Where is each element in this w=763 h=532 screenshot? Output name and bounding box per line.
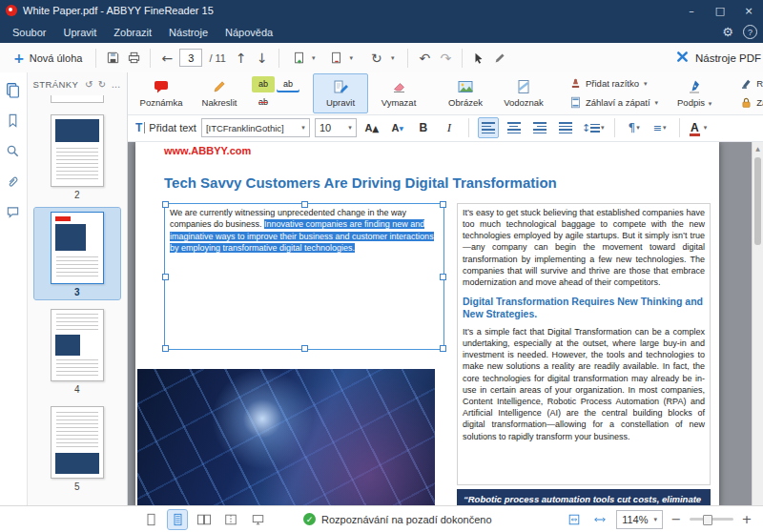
strikeout-tool-button[interactable]: ab bbox=[252, 94, 275, 111]
undo-icon[interactable]: ↶ bbox=[416, 50, 433, 67]
font-size-select[interactable]: 10 ▾ bbox=[315, 118, 357, 137]
delete-pages-button[interactable]: ▾ bbox=[324, 47, 359, 70]
zoom-level-select[interactable]: 114% ▾ bbox=[616, 510, 663, 529]
zoom-out-icon[interactable]: − bbox=[670, 512, 683, 526]
view-split-icon[interactable] bbox=[221, 510, 240, 529]
previous-page-icon[interactable]: ↑ bbox=[233, 50, 250, 67]
scrollbar-thumb[interactable] bbox=[754, 157, 761, 245]
header-footer-button[interactable]: Záhlaví a zápatí ▾ bbox=[565, 94, 662, 112]
zoom-in-icon[interactable]: + bbox=[740, 512, 753, 526]
resize-handle[interactable] bbox=[440, 274, 446, 280]
new-task-button[interactable]: + Nová úloha bbox=[8, 47, 88, 70]
menu-soubor[interactable]: Soubor bbox=[4, 21, 54, 43]
fit-width-icon[interactable] bbox=[590, 510, 609, 529]
pages-panel-icon[interactable] bbox=[4, 80, 23, 99]
line-spacing-button[interactable]: ↕▾ bbox=[581, 117, 606, 138]
font-color-button[interactable]: A▾ bbox=[689, 117, 710, 138]
page-number-input[interactable] bbox=[179, 49, 202, 67]
city-photo bbox=[137, 369, 435, 505]
right-paragraph: It’s easy to get stuck believing that es… bbox=[463, 207, 705, 289]
separator bbox=[679, 118, 680, 137]
minimize-icon[interactable]: – bbox=[677, 0, 706, 21]
resize-handle[interactable] bbox=[301, 201, 308, 208]
add-text-button[interactable]: T Přidat text bbox=[135, 122, 196, 133]
page-thumbnail-selected[interactable]: 3 bbox=[34, 208, 120, 299]
next-page-icon[interactable]: ↓ bbox=[254, 50, 271, 67]
close-icon[interactable]: × bbox=[734, 0, 763, 21]
save-icon[interactable] bbox=[104, 50, 121, 67]
resize-handle[interactable] bbox=[440, 201, 446, 208]
page-thumbnail[interactable]: 2 bbox=[34, 111, 120, 202]
help-icon[interactable]: ? bbox=[743, 25, 757, 39]
note-tool-button[interactable]: Poznámka bbox=[134, 73, 189, 113]
draw-tool-button[interactable]: Nakreslit bbox=[192, 73, 247, 113]
erase-tool-button[interactable]: Vymazat bbox=[371, 73, 426, 113]
rotate-pages-button[interactable]: ↻ ▾ bbox=[362, 47, 401, 70]
fit-page-icon[interactable] bbox=[565, 510, 584, 529]
menu-zobrazit[interactable]: Zobrazit bbox=[105, 21, 160, 43]
resize-handle[interactable] bbox=[162, 274, 169, 280]
pen-tool-icon[interactable] bbox=[491, 50, 508, 67]
resize-handle[interactable] bbox=[440, 345, 446, 352]
add-stamp-button[interactable]: Přidat razítko ▾ bbox=[565, 75, 662, 92]
rotate-left-icon[interactable]: ↺ bbox=[85, 79, 93, 90]
pointer-tool-icon[interactable] bbox=[470, 50, 487, 67]
rotate-right-icon[interactable]: ↻ bbox=[98, 79, 107, 90]
paragraph-settings-button[interactable]: ≡▾ bbox=[650, 117, 670, 138]
italic-button[interactable]: I bbox=[439, 117, 460, 138]
decrease-font-button[interactable]: A▼ bbox=[387, 117, 408, 138]
font-family-select[interactable]: [ITCFranklinGothic] ▾ bbox=[201, 118, 310, 137]
maximize-icon[interactable]: □ bbox=[706, 0, 734, 21]
picture-tool-button[interactable]: Obrázek bbox=[438, 73, 493, 113]
document-area[interactable]: www.ABBYY.com Tech Savvy Customers Are D… bbox=[128, 142, 763, 505]
view-continuous-icon[interactable] bbox=[168, 510, 187, 529]
menu-nastroje[interactable]: Nástroje bbox=[160, 21, 217, 43]
gear-icon[interactable]: ⚙ bbox=[722, 25, 733, 39]
increase-font-button[interactable]: A▲ bbox=[361, 117, 382, 138]
resize-handle[interactable] bbox=[301, 345, 308, 352]
paragraph-direction-button[interactable]: ¶▾ bbox=[624, 117, 645, 138]
menu-napoveda[interactable]: Nápověda bbox=[217, 21, 281, 43]
pdf-tools-button[interactable]: Nástroje PDF bbox=[666, 47, 763, 70]
password-security-button[interactable]: Zabezpečení heslem bbox=[735, 94, 763, 112]
watermark-tool-button[interactable]: Vodoznak bbox=[496, 73, 551, 113]
bold-button[interactable]: B bbox=[413, 117, 434, 138]
signature-tool-button[interactable]: Podpis ▾ bbox=[667, 73, 722, 113]
statusbar: ✓ Rozpoznávání na pozadí dokončeno 114% … bbox=[0, 505, 763, 532]
highlight-tool-button[interactable]: ab bbox=[252, 76, 275, 92]
scroll-up-icon[interactable]: ▲ bbox=[755, 145, 760, 152]
bookmarks-icon[interactable] bbox=[4, 111, 23, 130]
resize-handle[interactable] bbox=[162, 201, 169, 208]
view-fullscreen-icon[interactable] bbox=[248, 510, 267, 529]
edit-tool-button[interactable]: Upravit bbox=[313, 73, 368, 113]
panel-more-icon[interactable]: … bbox=[112, 79, 121, 90]
align-center-button[interactable] bbox=[504, 117, 525, 138]
chevron-down-icon: ▾ bbox=[655, 99, 659, 107]
align-right-button[interactable] bbox=[529, 117, 550, 138]
zoom-slider[interactable] bbox=[690, 518, 733, 521]
underline-tool-button[interactable]: ab bbox=[277, 76, 299, 92]
redact-button[interactable]: Revidovat údaje ▾ bbox=[735, 75, 763, 92]
stamp-icon bbox=[568, 77, 582, 91]
view-single-page-icon[interactable] bbox=[141, 510, 160, 529]
search-icon[interactable] bbox=[4, 141, 23, 160]
align-left-button[interactable] bbox=[478, 117, 499, 138]
redo-icon[interactable]: ↷ bbox=[437, 50, 454, 67]
vertical-scrollbar[interactable]: ▲ bbox=[752, 142, 763, 505]
zoom-slider-thumb[interactable] bbox=[703, 515, 712, 525]
resize-handle[interactable] bbox=[162, 345, 169, 352]
page-thumbnail-partial[interactable] bbox=[51, 95, 104, 103]
page-thumbnail[interactable]: 5 bbox=[34, 402, 120, 494]
align-justify-button[interactable] bbox=[555, 117, 576, 138]
text-edit-box[interactable]: We are currently witnessing unprecedente… bbox=[164, 203, 444, 350]
menu-upravit[interactable]: Upravit bbox=[54, 21, 105, 43]
attachments-icon[interactable] bbox=[4, 172, 23, 191]
add-pages-button[interactable]: ▾ bbox=[287, 47, 321, 70]
print-icon[interactable] bbox=[125, 50, 142, 67]
separator bbox=[614, 118, 615, 137]
comments-icon[interactable] bbox=[4, 202, 23, 221]
chevron-down-icon: ▾ bbox=[601, 124, 605, 132]
back-arrow-icon[interactable]: ← bbox=[158, 50, 175, 67]
page-thumbnail[interactable]: 4 bbox=[34, 305, 120, 397]
view-facing-pages-icon[interactable] bbox=[195, 510, 214, 529]
